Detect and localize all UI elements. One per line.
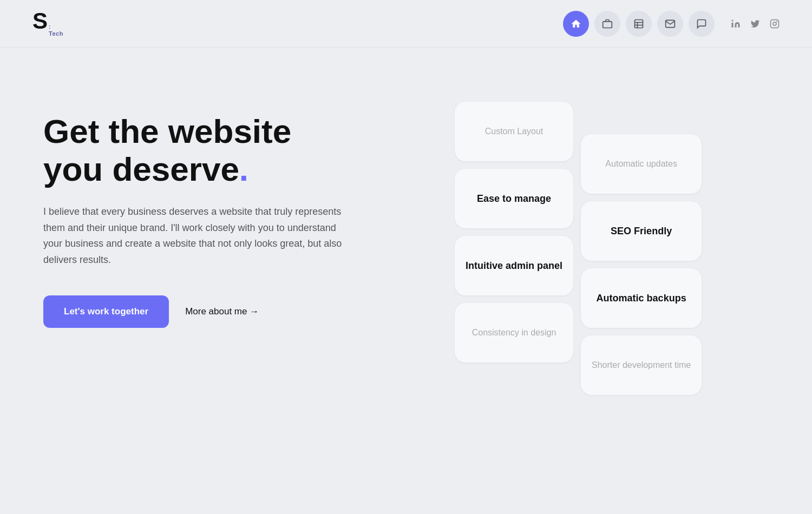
main-content: Get the website you deserve. I believe t… xyxy=(0,48,812,427)
feature-card-seo-friendly: SEO Friendly xyxy=(581,201,702,261)
feature-card-automatic-updates: Automatic updates xyxy=(581,134,702,194)
hero-description: I believe that every business deserves a… xyxy=(43,204,357,268)
feature-card-shorter-development-time: Shorter development time xyxy=(581,335,702,395)
navigation xyxy=(563,11,780,37)
svg-rect-1 xyxy=(635,19,643,28)
feature-card-custom-layout: Custom Layout xyxy=(455,102,573,161)
linkedin-icon[interactable] xyxy=(731,19,741,29)
feature-card-ease-to-manage: Ease to manage xyxy=(455,169,573,228)
svg-point-9 xyxy=(777,21,777,22)
features-left-column: Custom Layout Ease to manage Intuitive a… xyxy=(455,102,573,395)
svg-point-8 xyxy=(773,22,776,25)
hero-title: Get the website you deserve. xyxy=(43,113,411,188)
logo-letter: S xyxy=(32,10,48,32)
hero-actions: Let's work together More about me → xyxy=(43,295,411,328)
cta-primary-button[interactable]: Let's work together xyxy=(43,295,169,328)
hero-section: Get the website you deserve. I believe t… xyxy=(43,91,411,328)
nav-services-button[interactable] xyxy=(626,11,652,37)
feature-card-automatic-backups: Automatic backups xyxy=(581,268,702,328)
svg-point-6 xyxy=(732,19,734,21)
nav-chat-button[interactable] xyxy=(689,11,715,37)
svg-rect-0 xyxy=(603,21,612,28)
cta-secondary-button[interactable]: More about me → xyxy=(185,306,259,317)
header: S : Tech xyxy=(0,0,812,48)
feature-card-intuitive-admin-panel: Intuitive admin panel xyxy=(455,236,573,295)
nav-home-button[interactable] xyxy=(563,11,589,37)
logo: S : Tech xyxy=(32,10,63,37)
nav-contact-button[interactable] xyxy=(657,11,683,37)
features-section: Custom Layout Ease to manage Intuitive a… xyxy=(455,91,702,395)
hero-dot: . xyxy=(239,150,248,188)
nav-portfolio-button[interactable] xyxy=(594,11,620,37)
features-right-column: Automatic updates SEO Friendly Automatic… xyxy=(581,134,702,395)
feature-card-consistency-in-design: Consistency in design xyxy=(455,303,573,363)
logo-tech: : Tech xyxy=(49,24,63,37)
svg-rect-7 xyxy=(771,19,779,28)
twitter-icon[interactable] xyxy=(750,19,760,29)
social-links xyxy=(731,19,780,29)
instagram-icon[interactable] xyxy=(770,19,780,29)
